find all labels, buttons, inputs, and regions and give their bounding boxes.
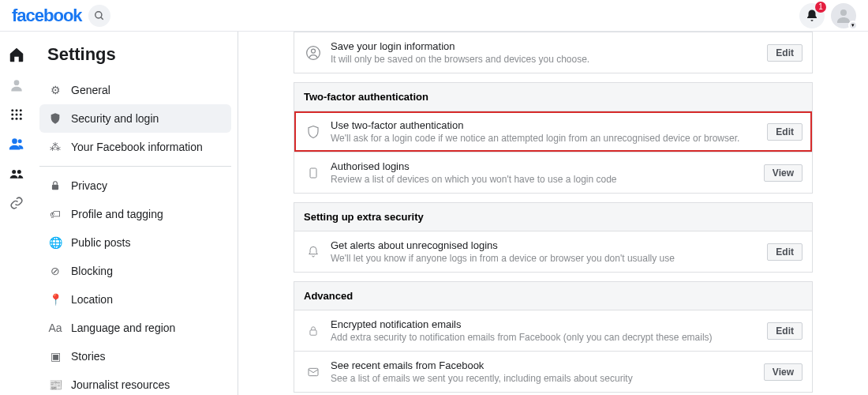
bell-icon bbox=[304, 246, 323, 258]
person-circle-icon bbox=[304, 45, 323, 61]
row-text: Authorised logins Review a list of devic… bbox=[331, 160, 764, 185]
search-button[interactable] bbox=[88, 5, 110, 27]
notifications-button[interactable]: 1 bbox=[799, 3, 825, 28]
sidebar-item-stories[interactable]: ▣Stories bbox=[39, 342, 231, 371]
separator bbox=[39, 166, 231, 167]
row-subtitle: We'll ask for a login code if we notice … bbox=[331, 133, 767, 144]
row-subtitle: It will only be saved on the browsers an… bbox=[331, 54, 767, 65]
lock-icon bbox=[304, 325, 323, 337]
edit-button[interactable]: Edit bbox=[767, 123, 803, 141]
svg-point-9 bbox=[20, 114, 22, 116]
sidebar-item-privacy[interactable]: Privacy bbox=[39, 171, 231, 200]
svg-rect-22 bbox=[309, 368, 318, 375]
row-title: Get alerts about unrecognised logins bbox=[331, 239, 767, 251]
shield-icon bbox=[47, 111, 63, 126]
tag-icon: 🏷 bbox=[47, 206, 63, 222]
svg-point-0 bbox=[95, 11, 101, 17]
row-alerts[interactable]: Get alerts about unrecognised logins We'… bbox=[294, 231, 813, 273]
edit-button[interactable]: Edit bbox=[767, 322, 803, 340]
row-text: Use two-factor authentication We'll ask … bbox=[331, 119, 767, 144]
left-rail bbox=[0, 32, 33, 395]
svg-rect-17 bbox=[52, 185, 58, 190]
section-advanced: Advanced bbox=[294, 281, 813, 310]
view-button[interactable]: View bbox=[764, 363, 803, 381]
sidebar-item-blocking[interactable]: ⊘Blocking bbox=[39, 257, 231, 285]
sidebar-label: Privacy bbox=[71, 179, 107, 192]
svg-point-12 bbox=[20, 118, 22, 120]
sidebar-label: Security and login bbox=[71, 112, 159, 125]
svg-point-2 bbox=[840, 9, 847, 16]
svg-point-19 bbox=[312, 49, 316, 53]
friends-icon[interactable] bbox=[9, 136, 24, 152]
block-icon: ⊘ bbox=[47, 263, 63, 279]
footer-links: About Create ad Create Page Developers C… bbox=[294, 392, 813, 395]
sidebar-item-general[interactable]: ⚙General bbox=[39, 76, 231, 104]
top-left: facebook bbox=[12, 5, 110, 27]
row-subtitle: Review a list of devices on which you wo… bbox=[331, 174, 764, 185]
sidebar-item-profile[interactable]: 🏷Profile and tagging bbox=[39, 200, 231, 228]
search-icon bbox=[94, 10, 105, 21]
row-title: Encrypted notification emails bbox=[331, 318, 767, 330]
sidebar-item-public[interactable]: 🌐Public posts bbox=[39, 228, 231, 257]
row-subtitle: See a list of emails we sent you recentl… bbox=[331, 373, 764, 384]
row-text: See recent emails from Facebook See a li… bbox=[331, 359, 764, 384]
home-icon[interactable] bbox=[8, 46, 25, 63]
row-text: Encrypted notification emails Add extra … bbox=[331, 318, 767, 343]
section-twofa: Two-factor authentication bbox=[294, 82, 813, 111]
row-subtitle: Add extra security to notification email… bbox=[331, 332, 767, 343]
row-use-twofa[interactable]: Use two-factor authentication We'll ask … bbox=[294, 111, 813, 152]
svg-point-11 bbox=[16, 118, 18, 120]
svg-rect-21 bbox=[310, 329, 316, 334]
profile-icon[interactable] bbox=[9, 77, 24, 93]
svg-line-1 bbox=[100, 17, 103, 19]
info-icon: ⁂ bbox=[47, 139, 63, 155]
stories-icon: ▣ bbox=[47, 348, 63, 364]
edit-button[interactable]: Edit bbox=[767, 243, 803, 261]
svg-rect-20 bbox=[310, 168, 316, 178]
sidebar-label: General bbox=[71, 84, 110, 96]
sidebar-item-info[interactable]: ⁂Your Facebook information bbox=[39, 133, 231, 161]
sidebar-label: Location bbox=[71, 293, 113, 306]
svg-point-14 bbox=[18, 139, 22, 143]
main-content: Save your login information It will only… bbox=[238, 32, 868, 395]
sidebar-label: Stories bbox=[71, 350, 106, 363]
svg-point-15 bbox=[12, 170, 16, 174]
sidebar-label: Blocking bbox=[71, 265, 113, 277]
sidebar-label: Journalist resources bbox=[71, 378, 170, 391]
gear-icon: ⚙ bbox=[47, 82, 63, 98]
pin-icon: 📍 bbox=[47, 292, 63, 307]
svg-point-8 bbox=[16, 114, 18, 116]
link-icon[interactable] bbox=[9, 196, 24, 210]
svg-point-5 bbox=[16, 109, 18, 111]
svg-point-7 bbox=[11, 114, 13, 116]
sidebar-label: Language and region bbox=[71, 322, 175, 334]
settings-sidebar: Settings ⚙General Security and login ⁂Yo… bbox=[33, 32, 238, 395]
account-avatar[interactable]: ▾ bbox=[831, 3, 856, 28]
sidebar-item-location[interactable]: 📍Location bbox=[39, 285, 231, 314]
row-title: See recent emails from Facebook bbox=[331, 359, 764, 371]
row-encrypted-emails[interactable]: Encrypted notification emails Add extra … bbox=[294, 310, 813, 352]
groups-icon[interactable] bbox=[9, 166, 24, 182]
sidebar-item-language[interactable]: AaLanguage and region bbox=[39, 314, 231, 342]
row-title: Save your login information bbox=[331, 40, 767, 52]
svg-point-16 bbox=[17, 170, 21, 174]
top-bar: facebook 1 ▾ bbox=[0, 0, 868, 32]
svg-point-10 bbox=[11, 118, 13, 120]
section-extra-security: Setting up extra security bbox=[294, 202, 813, 231]
notif-badge: 1 bbox=[815, 2, 826, 13]
edit-button[interactable]: Edit bbox=[767, 44, 803, 62]
grid-icon[interactable] bbox=[9, 107, 24, 122]
row-authorised-logins[interactable]: Authorised logins Review a list of devic… bbox=[294, 152, 813, 194]
facebook-logo[interactable]: facebook bbox=[12, 6, 82, 26]
svg-point-6 bbox=[20, 109, 22, 111]
sidebar-item-security[interactable]: Security and login bbox=[39, 104, 231, 133]
row-title: Use two-factor authentication bbox=[331, 119, 767, 131]
globe-icon: 🌐 bbox=[47, 235, 63, 250]
device-icon bbox=[304, 167, 323, 179]
row-recent-emails[interactable]: See recent emails from Facebook See a li… bbox=[294, 351, 813, 393]
sidebar-item-journalist[interactable]: 📰Journalist resources bbox=[39, 371, 231, 395]
lock-icon bbox=[47, 178, 63, 194]
row-save-login[interactable]: Save your login information It will only… bbox=[294, 32, 813, 73]
sidebar-label: Profile and tagging bbox=[71, 208, 163, 220]
view-button[interactable]: View bbox=[764, 164, 803, 182]
